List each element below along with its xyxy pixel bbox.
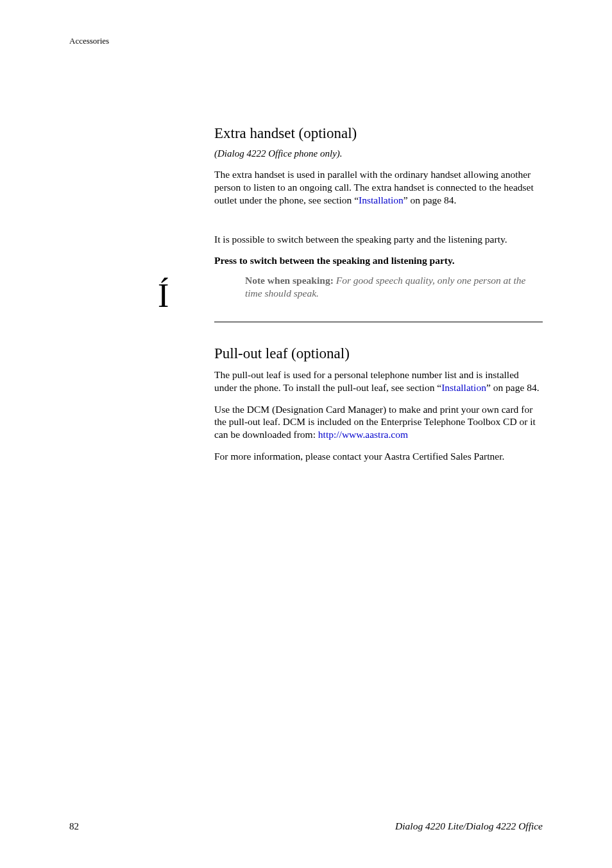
main-column: Extra handset (optional) (Dialog 4222 Of… <box>214 125 543 472</box>
installation-link[interactable]: Installation <box>441 382 486 393</box>
aastra-url-link[interactable]: http://www.aastra.com <box>318 429 408 440</box>
dcm-description: Use the DCM (Designation Card Manager) t… <box>214 403 543 441</box>
heading-extra-handset: Extra handset (optional) <box>214 125 543 142</box>
note-speaking: Note when speaking: For good speech qual… <box>214 274 543 300</box>
switch-description: It is possible to switch between the spe… <box>214 233 543 246</box>
document-title: Dialog 4220 Lite/Dialog 4222 Office <box>395 820 543 832</box>
extra-handset-description: The extra handset is used in parallel wi… <box>214 168 543 206</box>
running-header: Accessories <box>69 36 109 46</box>
installation-link[interactable]: Installation <box>359 195 404 205</box>
contact-info: For more information, please contact you… <box>214 450 543 463</box>
button-key-icon: Í <box>158 279 169 313</box>
pullout-description: The pull-out leaf is used for a personal… <box>214 369 543 394</box>
page-number: 82 <box>69 821 79 832</box>
section-divider <box>214 322 543 322</box>
body-text: ” on page 84. <box>486 382 540 393</box>
heading-pullout-leaf: Pull-out leaf (optional) <box>214 345 543 362</box>
body-text: ” on page 84. <box>404 195 457 205</box>
page-footer: 82 Dialog 4220 Lite/Dialog 4222 Office <box>69 820 543 832</box>
section-name: Accessories <box>69 36 109 46</box>
step-press-switch: Press to switch between the speaking and… <box>214 255 543 266</box>
note-label: Note when speaking: <box>245 275 336 286</box>
model-subtitle: (Dialog 4222 Office phone only). <box>214 148 543 159</box>
